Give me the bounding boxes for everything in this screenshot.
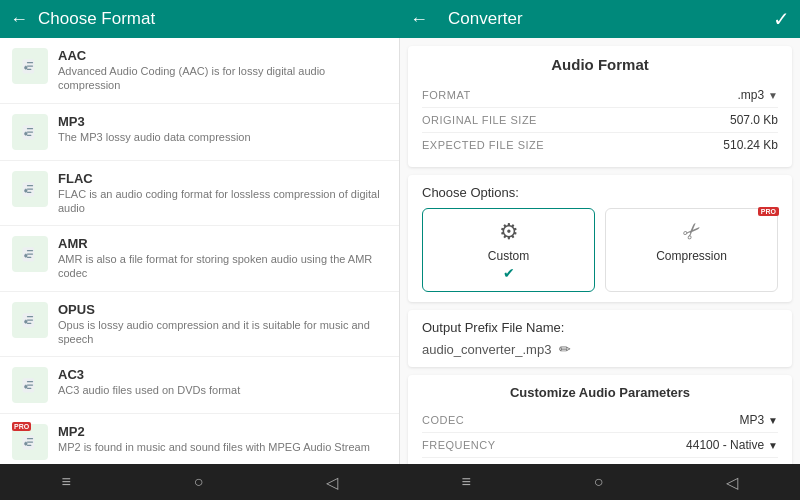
- pro-badge: PRO: [12, 422, 31, 431]
- original-size-value: 507.0 Kb: [730, 113, 778, 127]
- list-item[interactable]: PRO MP2 MP2 is found in music and sound …: [0, 414, 399, 464]
- list-item[interactable]: AC3 AC3 audio files used on DVDs format: [0, 357, 399, 414]
- option-custom-label: Custom: [488, 249, 529, 263]
- bottom-nav-right: ≡ ○ ◁: [400, 464, 800, 500]
- format-icon-mp3: [12, 114, 48, 150]
- codec-dropdown-arrow: ▼: [768, 415, 778, 426]
- expected-size-label: EXPECTED FILE SIZE: [422, 139, 544, 151]
- format-list: AAC Advanced Audio Coding (AAC) is for l…: [0, 38, 400, 464]
- format-text-flac: FLAC FLAC is an audio coding format for …: [58, 171, 387, 216]
- audio-format-section: Audio Format FORMAT .mp3 ▼ ORIGINAL FILE…: [408, 46, 792, 167]
- customize-title: Customize Audio Parameters: [422, 385, 778, 400]
- menu-icon-right[interactable]: ≡: [461, 473, 470, 491]
- list-item[interactable]: OPUS Opus is lossy audio compression and…: [0, 292, 399, 358]
- converter-title: Converter: [448, 9, 523, 29]
- gear-icon: ⚙: [499, 219, 519, 245]
- format-text-opus: OPUS Opus is lossy audio compression and…: [58, 302, 387, 347]
- option-custom[interactable]: ⚙ Custom ✔: [422, 208, 595, 292]
- list-item[interactable]: MP3 The MP3 lossy audio data compression: [0, 104, 399, 161]
- format-icon-aac: [12, 48, 48, 84]
- back-button-left[interactable]: ←: [10, 9, 28, 30]
- home-icon-left[interactable]: ○: [194, 473, 204, 491]
- codec-row: CODEC MP3 ▼: [422, 408, 778, 433]
- check-button[interactable]: ✓: [773, 7, 790, 31]
- list-item[interactable]: FLAC FLAC is an audio coding format for …: [0, 161, 399, 227]
- format-value[interactable]: .mp3 ▼: [737, 88, 778, 102]
- output-prefix-value: audio_converter_.mp3: [422, 342, 551, 357]
- frequency-label: FREQUENCY: [422, 439, 496, 451]
- choose-options-section: Choose Options: ⚙ Custom ✔ PRO ✂ Compres…: [408, 175, 792, 302]
- compression-pro-badge: PRO: [758, 207, 779, 216]
- choose-format-title: Choose Format: [38, 9, 155, 29]
- format-text-mp3: MP3 The MP3 lossy audio data compression: [58, 114, 251, 144]
- option-compression-label: Compression: [656, 249, 727, 263]
- format-icon-amr: [12, 236, 48, 272]
- list-item[interactable]: AMR AMR is also a file format for storin…: [0, 226, 399, 292]
- format-icon-opus: [12, 302, 48, 338]
- format-icon-ac3: [12, 367, 48, 403]
- converter-panel: Audio Format FORMAT .mp3 ▼ ORIGINAL FILE…: [400, 38, 800, 464]
- format-icon-mp2: PRO: [12, 424, 48, 460]
- format-text-mp2: MP2 MP2 is found in music and sound file…: [58, 424, 370, 454]
- home-icon-right[interactable]: ○: [594, 473, 604, 491]
- back-icon-left[interactable]: ◁: [326, 473, 338, 492]
- original-size-label: ORIGINAL FILE SIZE: [422, 114, 537, 126]
- option-compression[interactable]: PRO ✂ Compression: [605, 208, 778, 292]
- format-label: FORMAT: [422, 89, 471, 101]
- top-bar-right: ← Converter ✓: [400, 0, 800, 38]
- expected-size-value: 510.24 Kb: [723, 138, 778, 152]
- audio-format-title: Audio Format: [422, 56, 778, 73]
- back-button-right[interactable]: ←: [410, 9, 428, 30]
- codec-label: CODEC: [422, 414, 464, 426]
- list-item[interactable]: AAC Advanced Audio Coding (AAC) is for l…: [0, 38, 399, 104]
- output-prefix-row: audio_converter_.mp3 ✏: [422, 341, 778, 357]
- customize-section: Customize Audio Parameters CODEC MP3 ▼ F…: [408, 375, 792, 464]
- frequency-dropdown-arrow: ▼: [768, 440, 778, 451]
- bottom-nav-left: ≡ ○ ◁: [0, 464, 400, 500]
- expected-size-row: EXPECTED FILE SIZE 510.24 Kb: [422, 133, 778, 157]
- options-grid: ⚙ Custom ✔ PRO ✂ Compression: [422, 208, 778, 292]
- format-text-amr: AMR AMR is also a file format for storin…: [58, 236, 387, 281]
- format-dropdown-arrow: ▼: [768, 90, 778, 101]
- menu-icon-left[interactable]: ≡: [61, 473, 70, 491]
- frequency-row: FREQUENCY 44100 - Native ▼: [422, 433, 778, 458]
- bottom-navigation: ≡ ○ ◁ ≡ ○ ◁: [0, 464, 800, 500]
- scissors-icon: ✂: [676, 216, 707, 247]
- top-bar: ← Choose Format ← Converter ✓: [0, 0, 800, 38]
- original-size-row: ORIGINAL FILE SIZE 507.0 Kb: [422, 108, 778, 133]
- output-prefix-section: Output Prefix File Name: audio_converter…: [408, 310, 792, 367]
- back-icon-right[interactable]: ◁: [726, 473, 738, 492]
- option-custom-check: ✔: [503, 265, 515, 281]
- format-text-aac: AAC Advanced Audio Coding (AAC) is for l…: [58, 48, 387, 93]
- edit-icon[interactable]: ✏: [559, 341, 571, 357]
- choose-options-title: Choose Options:: [422, 185, 778, 200]
- main-content: AAC Advanced Audio Coding (AAC) is for l…: [0, 38, 800, 464]
- format-icon-flac: [12, 171, 48, 207]
- top-bar-left: ← Choose Format: [0, 0, 400, 38]
- format-text-ac3: AC3 AC3 audio files used on DVDs format: [58, 367, 240, 397]
- frequency-value[interactable]: 44100 - Native ▼: [686, 438, 778, 452]
- output-prefix-title: Output Prefix File Name:: [422, 320, 778, 335]
- format-row: FORMAT .mp3 ▼: [422, 83, 778, 108]
- codec-value[interactable]: MP3 ▼: [739, 413, 778, 427]
